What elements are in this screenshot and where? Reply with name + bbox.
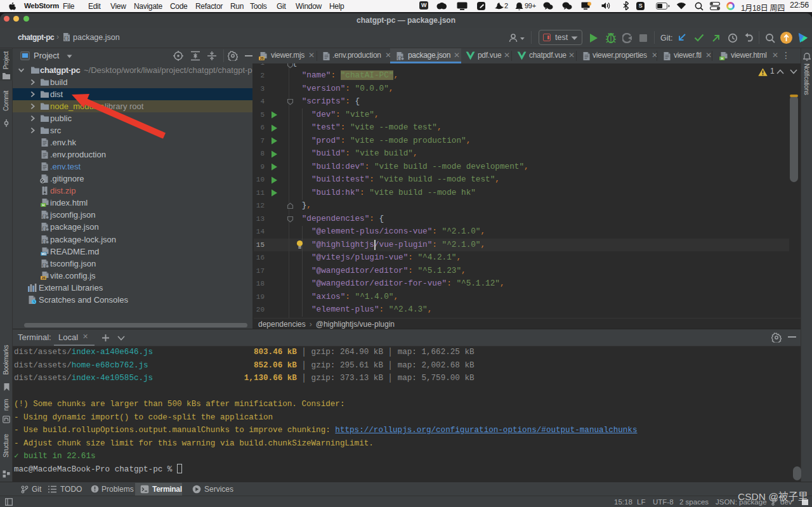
svg-text:{}: {} [63,36,69,41]
svg-text:H: H [42,203,44,207]
svg-text:H: H [721,56,723,60]
svg-text:JS: JS [259,56,264,60]
svg-text:MD: MD [41,253,46,256]
svg-text:JS: JS [41,276,46,280]
